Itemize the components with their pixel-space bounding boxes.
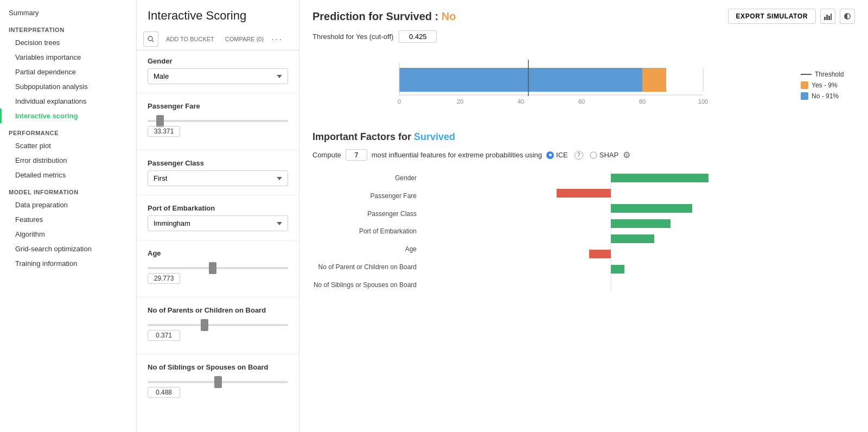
sidebar-item-partial-dependence[interactable]: Partial dependence (0, 65, 136, 79)
no-legend-item: No - 91% (801, 92, 855, 100)
bar-legend: Threshold Yes - 9% No - 91% (801, 71, 855, 100)
siblings-value: 0.488 (148, 387, 180, 398)
siblings-section: No of Siblings or Spouses on Board 0.488 (137, 357, 299, 409)
theme-toggle-button[interactable] (840, 9, 855, 24)
age-slider[interactable] (148, 267, 288, 269)
sidebar-item-interactive-scoring[interactable]: Interactive scoring (0, 109, 136, 123)
export-simulator-button[interactable]: EXPORT SIMULATOR (728, 9, 816, 24)
gender-label: Gender (148, 57, 288, 65)
search-button[interactable] (143, 31, 158, 47)
factor-label-parents: No of Parent or Children on Board (312, 259, 417, 275)
sidebar-item-data-preparation[interactable]: Data preparation (0, 198, 136, 212)
svg-text:80: 80 (639, 98, 646, 105)
factors-labels: Gender Passenger Fare Passenger Class Po… (312, 169, 421, 294)
sidebar-item-detailed-metrics[interactable]: Detailed metrics (0, 168, 136, 182)
svg-text:20: 20 (457, 98, 463, 105)
svg-rect-24 (611, 234, 654, 243)
sidebar-item-error-distribution[interactable]: Error distribution (0, 153, 136, 168)
class-select[interactable]: First Second Third (148, 170, 288, 186)
yes-color-icon (801, 81, 808, 89)
factors-section: Important Factors for Survived Compute m… (312, 131, 855, 294)
bar-chart-svg: 0 20 40 60 80 100 (312, 52, 790, 118)
factor-label-gender: Gender (312, 170, 417, 186)
sidebar-section-model-information: MODEL INFORMATION (0, 182, 136, 198)
port-section: Port of Embarkation Immingham Southampto… (137, 198, 299, 238)
compute-input[interactable] (346, 149, 367, 161)
parents-slider[interactable] (148, 324, 288, 326)
sidebar-item-training-information[interactable]: Training information (0, 256, 136, 271)
factor-label-fare: Passenger Fare (312, 188, 417, 204)
fare-slider[interactable] (148, 120, 288, 122)
settings-icon[interactable]: ⚙ (623, 150, 630, 160)
sidebar-item-summary[interactable]: Summary (0, 5, 136, 20)
prediction-title: Prediction for Survived : No (312, 10, 456, 23)
method-radio-group: ICE ? SHAP (546, 151, 618, 160)
sidebar-item-algorithm[interactable]: Algorithm (0, 227, 136, 242)
threshold-label: Threshold for Yes (cut-off) (312, 33, 393, 41)
gender-select[interactable]: Male Female (148, 68, 288, 84)
sidebar-item-decision-trees[interactable]: Decision trees (0, 35, 136, 50)
threshold-input[interactable] (399, 30, 437, 43)
svg-rect-2 (824, 17, 826, 20)
siblings-slider[interactable] (148, 381, 288, 383)
fare-slider-container: 33.371 (148, 113, 288, 141)
svg-text:0: 0 (398, 98, 401, 105)
right-header: Prediction for Survived : No EXPORT SIMU… (312, 9, 855, 24)
add-bucket-button[interactable]: ADD TO BUCKET (163, 34, 218, 45)
middle-panel: Interactive Scoring ADD TO BUCKET COMPAR… (137, 0, 299, 432)
svg-rect-8 (399, 68, 642, 92)
svg-text:40: 40 (518, 98, 524, 105)
parents-slider-container: 0.371 (148, 317, 288, 345)
sidebar-section-interpretation: INTERPRETATION (0, 20, 136, 35)
sidebar-item-features[interactable]: Features (0, 212, 136, 227)
siblings-slider-container: 0.488 (148, 374, 288, 402)
factors-chart: Gender Passenger Fare Passenger Class Po… (312, 169, 855, 294)
no-legend-label: No - 91% (812, 92, 839, 100)
gender-section: Gender Male Female (137, 50, 299, 91)
threshold-legend-label: Threshold (815, 71, 844, 78)
ice-help-icon[interactable]: ? (575, 151, 583, 160)
more-options-button[interactable]: ··· (271, 34, 283, 45)
svg-text:100: 100 (698, 98, 708, 105)
factors-title: Important Factors for Survived (312, 131, 855, 143)
compare-button[interactable]: COMPARE (0) (222, 34, 267, 45)
ice-radio[interactable]: ICE (546, 151, 568, 159)
ice-label: ICE (556, 151, 568, 159)
sidebar-item-variables-importance[interactable]: Variables importance (0, 50, 136, 65)
yes-legend-item: Yes - 9% (801, 81, 855, 89)
factors-bars-area (421, 169, 855, 294)
yes-legend-label: Yes - 9% (812, 81, 838, 89)
compute-suffix: most influential features for extreme pr… (372, 151, 542, 159)
middle-toolbar: ADD TO BUCKET COMPARE (0) ··· (137, 28, 299, 50)
sidebar-item-subpopulation-analysis[interactable]: Subpopulation analysis (0, 79, 136, 94)
factor-label-siblings: No of Siblings or Spouses on Board (312, 277, 417, 293)
siblings-label: No of Siblings or Spouses on Board (148, 363, 288, 371)
bar-chart-wrapper: 0 20 40 60 80 100 Threshold (312, 52, 855, 118)
svg-rect-26 (611, 265, 624, 274)
factor-label-age: Age (312, 242, 417, 257)
port-select[interactable]: Immingham Southampton Cherbourg Queensto… (148, 215, 288, 231)
age-slider-container: 29.773 (148, 261, 288, 288)
svg-point-0 (148, 36, 152, 41)
chart-icon-button[interactable] (820, 9, 835, 24)
header-icons: EXPORT SIMULATOR (728, 9, 856, 24)
svg-line-1 (152, 41, 154, 42)
factor-label-port: Port of Embarkation (312, 224, 417, 239)
sidebar-item-grid-search-optimization[interactable]: Grid-search optimization (0, 242, 136, 256)
svg-rect-25 (589, 250, 611, 258)
middle-header: Interactive Scoring (137, 0, 299, 28)
svg-rect-5 (831, 14, 832, 20)
svg-rect-23 (611, 219, 671, 228)
age-label: Age (148, 249, 288, 257)
svg-rect-4 (828, 16, 830, 20)
threshold-legend-item: Threshold (801, 71, 855, 78)
shap-label: SHAP (599, 151, 618, 159)
age-section: Age 29.773 (137, 243, 299, 295)
sidebar-item-scatter-plot[interactable]: Scatter plot (0, 138, 136, 153)
shap-radio[interactable]: SHAP (590, 151, 618, 159)
fare-value: 33.371 (148, 126, 180, 137)
shap-radio-circle (590, 151, 597, 159)
fare-label: Passenger Fare (148, 102, 288, 110)
sidebar-item-individual-explanations[interactable]: Individual explanations (0, 94, 136, 109)
svg-rect-22 (611, 204, 692, 213)
